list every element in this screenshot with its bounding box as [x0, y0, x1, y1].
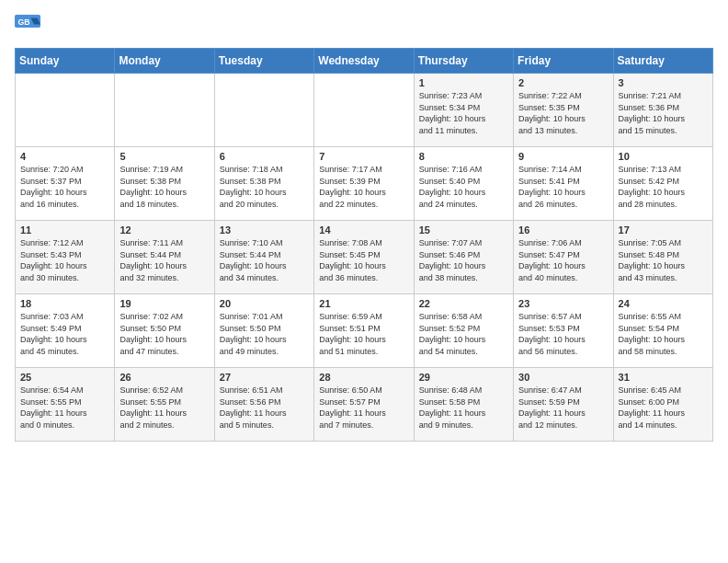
day-info: Sunrise: 7:08 AM Sunset: 5:45 PM Dayligh…: [319, 237, 408, 283]
day-number: 9: [518, 151, 608, 162]
calendar-cell: 7Sunrise: 7:17 AM Sunset: 5:39 PM Daylig…: [314, 147, 414, 221]
day-number: 4: [20, 151, 109, 162]
calendar-cell: 24Sunrise: 6:55 AM Sunset: 5:54 PM Dayli…: [613, 294, 712, 368]
day-info: Sunrise: 7:22 AM Sunset: 5:35 PM Dayligh…: [518, 90, 608, 136]
day-info: Sunrise: 6:52 AM Sunset: 5:55 PM Dayligh…: [119, 385, 209, 431]
calendar-week-row: 25Sunrise: 6:54 AM Sunset: 5:55 PM Dayli…: [16, 368, 713, 442]
calendar-cell: 14Sunrise: 7:08 AM Sunset: 5:45 PM Dayli…: [314, 221, 414, 294]
logo-icon: GB: [15, 15, 40, 40]
logo: GB: [15, 15, 44, 40]
day-number: 13: [220, 224, 309, 236]
day-info: Sunrise: 7:16 AM Sunset: 5:40 PM Dayligh…: [419, 164, 508, 210]
calendar-cell: 16Sunrise: 7:06 AM Sunset: 5:47 PM Dayli…: [514, 221, 613, 294]
calendar-week-row: 18Sunrise: 7:03 AM Sunset: 5:49 PM Dayli…: [16, 294, 713, 368]
calendar-cell: 26Sunrise: 6:52 AM Sunset: 5:55 PM Dayli…: [115, 368, 214, 442]
day-info: Sunrise: 7:06 AM Sunset: 5:47 PM Dayligh…: [518, 237, 608, 283]
calendar-cell: 12Sunrise: 7:11 AM Sunset: 5:44 PM Dayli…: [115, 221, 214, 294]
day-number: 15: [419, 224, 508, 236]
day-info: Sunrise: 7:11 AM Sunset: 5:44 PM Dayligh…: [119, 237, 209, 283]
calendar-cell: 29Sunrise: 6:48 AM Sunset: 5:58 PM Dayli…: [414, 368, 513, 442]
day-of-week-header: Friday: [514, 49, 613, 74]
calendar-table: SundayMondayTuesdayWednesdayThursdayFrid…: [15, 48, 713, 442]
day-info: Sunrise: 6:54 AM Sunset: 5:55 PM Dayligh…: [20, 385, 109, 431]
calendar-cell: 17Sunrise: 7:05 AM Sunset: 5:48 PM Dayli…: [613, 221, 712, 294]
calendar-cell: 21Sunrise: 6:59 AM Sunset: 5:51 PM Dayli…: [314, 294, 414, 368]
calendar-week-row: 4Sunrise: 7:20 AM Sunset: 5:37 PM Daylig…: [16, 147, 713, 221]
day-number: 7: [319, 151, 408, 162]
calendar-cell: 18Sunrise: 7:03 AM Sunset: 5:49 PM Dayli…: [16, 294, 115, 368]
calendar-cell: 3Sunrise: 7:21 AM Sunset: 5:36 PM Daylig…: [613, 74, 712, 147]
day-number: 30: [518, 372, 608, 383]
day-number: 21: [319, 298, 408, 309]
day-info: Sunrise: 6:58 AM Sunset: 5:52 PM Dayligh…: [419, 311, 508, 357]
day-number: 22: [419, 298, 508, 309]
calendar-cell: 2Sunrise: 7:22 AM Sunset: 5:35 PM Daylig…: [514, 74, 613, 147]
calendar-cell: 4Sunrise: 7:20 AM Sunset: 5:37 PM Daylig…: [16, 147, 115, 221]
day-info: Sunrise: 7:05 AM Sunset: 5:48 PM Dayligh…: [619, 237, 708, 283]
day-info: Sunrise: 7:19 AM Sunset: 5:38 PM Dayligh…: [119, 164, 209, 210]
calendar-cell: 5Sunrise: 7:19 AM Sunset: 5:38 PM Daylig…: [115, 147, 214, 221]
day-number: 31: [619, 372, 708, 383]
day-number: 5: [119, 151, 209, 162]
day-number: 24: [619, 298, 708, 309]
day-number: 1: [419, 77, 508, 88]
day-number: 2: [518, 77, 608, 88]
day-info: Sunrise: 6:50 AM Sunset: 5:57 PM Dayligh…: [319, 385, 408, 431]
day-info: Sunrise: 6:57 AM Sunset: 5:53 PM Dayligh…: [518, 311, 608, 357]
day-info: Sunrise: 6:48 AM Sunset: 5:58 PM Dayligh…: [419, 385, 508, 431]
calendar-cell: 8Sunrise: 7:16 AM Sunset: 5:40 PM Daylig…: [414, 147, 513, 221]
day-number: 3: [619, 77, 708, 88]
day-info: Sunrise: 6:47 AM Sunset: 5:59 PM Dayligh…: [518, 385, 608, 431]
day-info: Sunrise: 7:21 AM Sunset: 5:36 PM Dayligh…: [619, 90, 708, 136]
svg-text:GB: GB: [18, 17, 30, 27]
day-info: Sunrise: 7:03 AM Sunset: 5:49 PM Dayligh…: [20, 311, 109, 357]
day-number: 6: [220, 151, 309, 162]
day-of-week-header: Tuesday: [214, 49, 313, 74]
day-number: 23: [518, 298, 608, 309]
day-info: Sunrise: 7:14 AM Sunset: 5:41 PM Dayligh…: [518, 164, 608, 210]
calendar-cell: [314, 74, 414, 147]
day-of-week-header: Monday: [115, 49, 214, 74]
day-of-week-header: Thursday: [414, 49, 513, 74]
day-number: 20: [220, 298, 309, 309]
calendar-cell: 20Sunrise: 7:01 AM Sunset: 5:50 PM Dayli…: [214, 294, 313, 368]
calendar-cell: 27Sunrise: 6:51 AM Sunset: 5:56 PM Dayli…: [214, 368, 313, 442]
day-info: Sunrise: 7:02 AM Sunset: 5:50 PM Dayligh…: [119, 311, 209, 357]
day-info: Sunrise: 7:01 AM Sunset: 5:50 PM Dayligh…: [220, 311, 309, 357]
day-info: Sunrise: 6:45 AM Sunset: 6:00 PM Dayligh…: [619, 385, 708, 431]
calendar-cell: 15Sunrise: 7:07 AM Sunset: 5:46 PM Dayli…: [414, 221, 513, 294]
calendar-cell: 10Sunrise: 7:13 AM Sunset: 5:42 PM Dayli…: [613, 147, 712, 221]
day-number: 16: [518, 224, 608, 236]
day-info: Sunrise: 6:55 AM Sunset: 5:54 PM Dayligh…: [619, 311, 708, 357]
day-number: 12: [119, 224, 209, 236]
day-number: 14: [319, 224, 408, 236]
calendar-cell: 19Sunrise: 7:02 AM Sunset: 5:50 PM Dayli…: [115, 294, 214, 368]
calendar-cell: 6Sunrise: 7:18 AM Sunset: 5:38 PM Daylig…: [214, 147, 313, 221]
calendar-cell: 22Sunrise: 6:58 AM Sunset: 5:52 PM Dayli…: [414, 294, 513, 368]
day-number: 8: [419, 151, 508, 162]
day-info: Sunrise: 7:17 AM Sunset: 5:39 PM Dayligh…: [319, 164, 408, 210]
day-info: Sunrise: 7:18 AM Sunset: 5:38 PM Dayligh…: [220, 164, 309, 210]
calendar-cell: 23Sunrise: 6:57 AM Sunset: 5:53 PM Dayli…: [514, 294, 613, 368]
day-info: Sunrise: 7:10 AM Sunset: 5:44 PM Dayligh…: [220, 237, 309, 283]
day-number: 11: [20, 224, 109, 236]
calendar-cell: 1Sunrise: 7:23 AM Sunset: 5:34 PM Daylig…: [414, 74, 513, 147]
day-number: 29: [419, 372, 508, 383]
calendar-cell: 28Sunrise: 6:50 AM Sunset: 5:57 PM Dayli…: [314, 368, 414, 442]
calendar-cell: 31Sunrise: 6:45 AM Sunset: 6:00 PM Dayli…: [613, 368, 712, 442]
day-info: Sunrise: 7:12 AM Sunset: 5:43 PM Dayligh…: [20, 237, 109, 283]
day-number: 19: [119, 298, 209, 309]
day-number: 28: [319, 372, 408, 383]
day-number: 17: [619, 224, 708, 236]
calendar-cell: 25Sunrise: 6:54 AM Sunset: 5:55 PM Dayli…: [16, 368, 115, 442]
calendar-cell: 30Sunrise: 6:47 AM Sunset: 5:59 PM Dayli…: [514, 368, 613, 442]
calendar-week-row: 1Sunrise: 7:23 AM Sunset: 5:34 PM Daylig…: [16, 74, 713, 147]
day-of-week-header: Sunday: [16, 49, 115, 74]
day-number: 26: [119, 372, 209, 383]
day-info: Sunrise: 7:20 AM Sunset: 5:37 PM Dayligh…: [20, 164, 109, 210]
calendar-cell: [115, 74, 214, 147]
page-header: GB: [15, 15, 713, 40]
calendar-cell: 9Sunrise: 7:14 AM Sunset: 5:41 PM Daylig…: [514, 147, 613, 221]
day-number: 27: [220, 372, 309, 383]
calendar-cell: [16, 74, 115, 147]
